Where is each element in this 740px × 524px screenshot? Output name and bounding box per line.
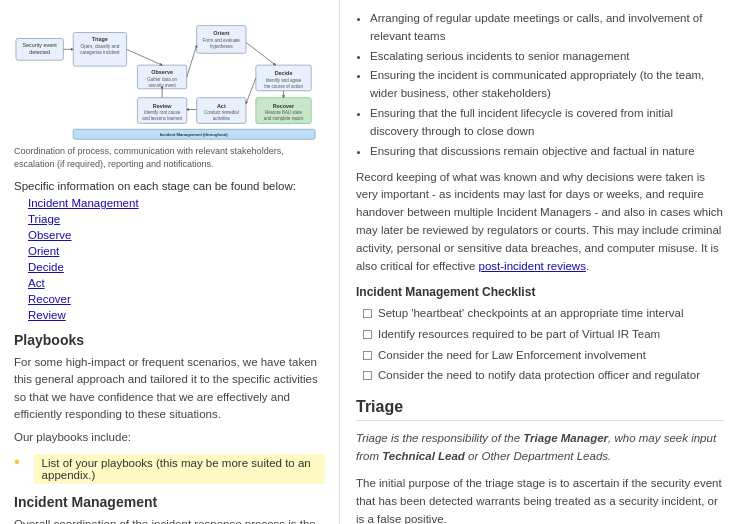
top-bullet-1: Arranging of regular update meetings or … xyxy=(370,10,724,46)
svg-line-34 xyxy=(246,42,276,65)
link-orient[interactable]: Orient xyxy=(28,244,325,258)
checklist-item-4: Consider the need to notify data protect… xyxy=(362,367,724,386)
link-act[interactable]: Act xyxy=(28,276,325,290)
svg-text:Identify root cause: Identify root cause xyxy=(144,110,181,115)
svg-line-32 xyxy=(127,49,163,65)
svg-text:Identify and agree: Identify and agree xyxy=(266,78,302,83)
incident-management-section: Incident Management Overall coordination… xyxy=(14,494,325,524)
process-diagram: Security event detected Triage Open, cla… xyxy=(14,10,325,170)
svg-text:hypotheses: hypotheses xyxy=(210,44,233,49)
svg-text:and complete report: and complete report xyxy=(264,116,304,121)
link-triage[interactable]: Triage xyxy=(28,212,325,226)
svg-text:Security event: Security event xyxy=(22,42,57,48)
post-incident-link[interactable]: post-incident reviews xyxy=(479,260,586,272)
svg-text:Gather data on: Gather data on xyxy=(147,77,177,82)
stage-links-list: Incident Management Triage Observe Orien… xyxy=(28,196,325,322)
top-bullet-5: Ensuring that discussions remain objecti… xyxy=(370,143,724,161)
link-recover[interactable]: Recover xyxy=(28,292,325,306)
record-keeping-text: Record keeping of what was known and why… xyxy=(356,171,723,272)
playbooks-section: Playbooks For some high-impact or freque… xyxy=(14,332,325,484)
specific-info-section: Specific information on each stage can b… xyxy=(14,180,325,322)
im-checklist-section: Incident Management Checklist Setup 'hea… xyxy=(356,285,724,385)
playbooks-list-item: List of your playbooks (this may be more… xyxy=(14,452,325,484)
record-keeping-para: Record keeping of what was known and why… xyxy=(356,169,724,276)
checklist-title: Incident Management Checklist xyxy=(356,285,724,299)
svg-line-36 xyxy=(246,78,256,104)
svg-text:and lessons learned: and lessons learned xyxy=(142,116,182,121)
playbooks-title: Playbooks xyxy=(14,332,325,348)
svg-text:Restore BAU state: Restore BAU state xyxy=(265,110,302,115)
svg-text:Review: Review xyxy=(153,103,172,109)
svg-text:Decide: Decide xyxy=(275,70,293,76)
checklist-item-1: Setup 'heartbeat' checkpoints at an appr… xyxy=(362,305,724,324)
top-bullet-2: Escalating serious incidents to senior m… xyxy=(370,48,724,66)
triage-title: Triage xyxy=(356,398,724,421)
svg-line-33 xyxy=(187,45,197,77)
link-review[interactable]: Review xyxy=(28,308,325,322)
svg-text:Triage: Triage xyxy=(92,36,108,42)
top-bullets-list: Arranging of regular update meetings or … xyxy=(370,10,724,161)
checklist-item-2: Identify resources required to be part o… xyxy=(362,326,724,345)
playbooks-content: For some high-impact or frequent scenari… xyxy=(14,354,325,423)
specific-info-text: Specific information on each stage can b… xyxy=(14,180,325,192)
link-observe[interactable]: Observe xyxy=(28,228,325,242)
triage-p2: The initial purpose of the triage stage … xyxy=(356,474,724,524)
top-bullet-4: Ensuring that the full incident lifecycl… xyxy=(370,105,724,141)
svg-text:Act: Act xyxy=(217,103,226,109)
svg-text:Orient: Orient xyxy=(213,31,229,37)
svg-text:activities: activities xyxy=(213,116,231,121)
im-para1: Overall coordination of the incident res… xyxy=(14,516,325,524)
triage-p1: Triage is the responsibility of the Tria… xyxy=(356,429,724,466)
svg-text:Form and evaluate: Form and evaluate xyxy=(203,38,241,43)
top-bullet-3: Ensuring the incident is communicated ap… xyxy=(370,67,724,103)
playbooks-list-intro: Our playbooks include: xyxy=(14,429,325,446)
svg-text:Incident Management (throughou: Incident Management (throughout) xyxy=(160,132,229,137)
triage-section: Triage Triage is the responsibility of t… xyxy=(356,398,724,524)
svg-text:categorise incident: categorise incident xyxy=(80,50,120,55)
svg-text:Observe: Observe xyxy=(151,69,173,75)
svg-text:the course of action: the course of action xyxy=(264,84,303,89)
im-bar-subtitle: Coordination of process, communication w… xyxy=(14,145,325,170)
link-im[interactable]: Incident Management xyxy=(28,196,325,210)
playbooks-highlight: List of your playbooks (this may be more… xyxy=(34,454,325,484)
svg-text:Conduct remedial: Conduct remedial xyxy=(204,110,239,115)
checklist-list: Setup 'heartbeat' checkpoints at an appr… xyxy=(362,305,724,385)
record-keeping-end: . xyxy=(586,260,589,272)
svg-text:detected: detected xyxy=(29,49,50,55)
svg-text:Open, classify and: Open, classify and xyxy=(80,44,119,49)
link-decide[interactable]: Decide xyxy=(28,260,325,274)
svg-text:Recover: Recover xyxy=(273,103,295,109)
im-title: Incident Management xyxy=(14,494,325,510)
checklist-item-3: Consider the need for Law Enforcement in… xyxy=(362,347,724,366)
